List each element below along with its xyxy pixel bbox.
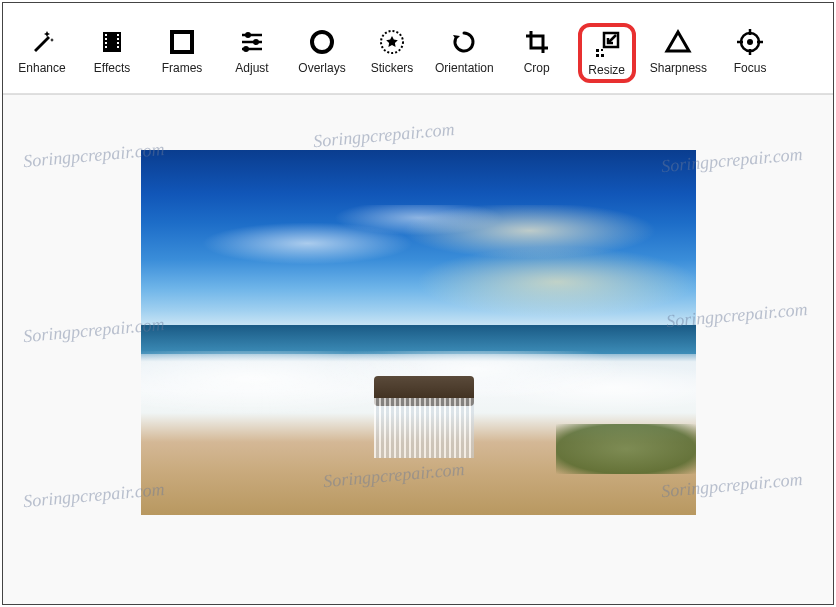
svg-rect-19 [596,49,599,52]
magic-wand-icon [27,27,57,57]
svg-rect-21 [601,54,604,57]
canvas-area: Soringpcrepair.com Soringpcrepair.com So… [3,94,833,604]
tool-label: Sharpness [650,61,707,75]
svg-rect-22 [601,49,603,51]
svg-point-15 [243,46,249,52]
tool-label: Overlays [298,61,345,75]
svg-point-13 [253,39,259,45]
film-strip-icon [97,27,127,57]
svg-point-24 [747,39,753,45]
svg-point-16 [312,32,332,52]
sliders-icon [237,27,267,57]
tool-label: Orientation [435,61,494,75]
tool-focus[interactable]: Focus [721,23,779,83]
svg-point-11 [245,32,251,38]
tool-label: Effects [94,61,130,75]
svg-rect-3 [105,42,107,44]
tool-effects[interactable]: Effects [83,23,141,83]
tool-label: Resize [588,63,625,77]
tool-label: Stickers [371,61,414,75]
target-icon [735,27,765,57]
watermark: Soringpcrepair.com [312,119,455,152]
svg-rect-9 [172,32,192,52]
svg-rect-20 [596,54,599,57]
svg-rect-4 [105,46,107,48]
tool-orientation[interactable]: Orientation [433,23,496,83]
tool-enhance[interactable]: Enhance [13,23,71,83]
tool-stickers[interactable]: Stickers [363,23,421,83]
circle-icon [307,27,337,57]
svg-rect-7 [117,42,119,44]
image-preview[interactable] [141,150,696,515]
tool-frames[interactable]: Frames [153,23,211,83]
tool-label: Frames [162,61,203,75]
svg-rect-8 [117,46,119,48]
svg-rect-5 [117,34,119,36]
resize-icon [592,29,622,59]
tool-sharpness[interactable]: Sharpness [648,23,709,83]
image-waterfall [374,398,474,458]
tool-adjust[interactable]: Adjust [223,23,281,83]
tool-resize[interactable]: Resize [578,23,636,83]
tool-overlays[interactable]: Overlays [293,23,351,83]
toolbar: Enhance Effects Frames Adjust Overlays [3,3,833,94]
photo-editor-app: Enhance Effects Frames Adjust Overlays [2,2,834,605]
image-sky [141,205,696,333]
svg-rect-1 [105,34,107,36]
tool-label: Adjust [235,61,268,75]
frame-icon [167,27,197,57]
tool-crop[interactable]: Crop [508,23,566,83]
triangle-icon [663,27,693,57]
tool-label: Crop [524,61,550,75]
crop-icon [522,27,552,57]
rotate-icon [449,27,479,57]
svg-rect-2 [105,38,107,40]
tool-label: Focus [734,61,767,75]
image-moss [556,424,696,474]
star-badge-icon [377,27,407,57]
svg-rect-6 [117,38,119,40]
tool-label: Enhance [18,61,65,75]
